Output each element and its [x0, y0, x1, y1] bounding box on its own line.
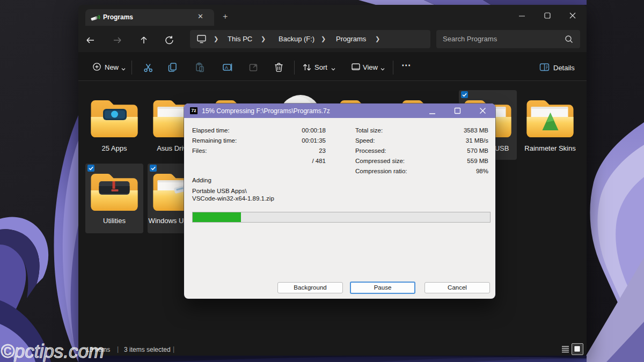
- svg-text:25 Apps: 25 Apps: [102, 144, 127, 152]
- svg-text:A: A: [225, 65, 228, 70]
- svg-text:Utilities: Utilities: [103, 217, 126, 225]
- svg-text:Rainmeter Skins: Rainmeter Skins: [524, 144, 576, 152]
